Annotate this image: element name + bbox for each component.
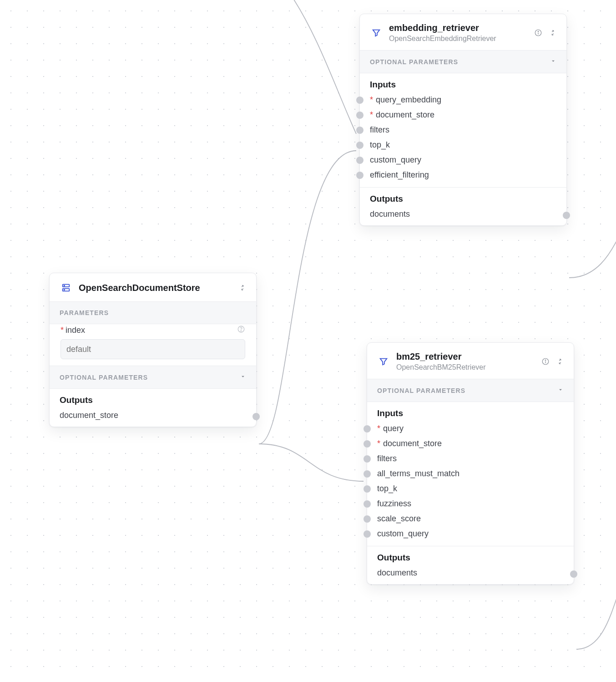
input-port[interactable] [364,455,371,463]
input-label: all_terms_must_match [377,469,459,478]
parameters-label: PARAMETERS [60,309,109,316]
input-label: efficient_filtering [370,170,429,180]
input-port[interactable] [356,172,364,179]
input-scale-score[interactable]: scale_score [367,511,574,526]
info-icon[interactable] [541,357,550,366]
inputs-list: * query * document_store filters all_ter… [367,419,574,546]
input-port[interactable] [356,157,364,164]
input-port[interactable] [356,97,364,104]
input-top-k[interactable]: top_k [367,481,574,496]
output-port[interactable] [252,413,260,420]
required-indicator: * [370,95,373,105]
input-filters[interactable]: filters [360,122,566,137]
node-document-store[interactable]: OpenSearchDocumentStore PARAMETERS * ind… [49,273,257,427]
optional-parameters-label: OPTIONAL PARAMETERS [377,387,465,394]
input-port[interactable] [364,485,371,493]
input-label: top_k [377,484,397,494]
svg-point-2 [64,285,65,286]
node-embedding-retriever[interactable]: embedding_retriever OpenSearchEmbeddingR… [359,14,567,226]
input-label: query [383,424,404,433]
required-indicator: * [370,110,373,120]
node-title: OpenSearchDocumentStore [79,282,232,294]
output-document-store[interactable]: document_store [50,406,256,427]
node-title: bm25_retriever [396,351,535,362]
outputs-heading: Outputs [367,546,574,564]
output-documents[interactable]: documents [360,205,566,225]
param-index-input[interactable] [61,339,245,359]
required-indicator: * [377,439,380,448]
node-bm25-retriever[interactable]: bm25_retriever OpenSearchBM25Retriever O… [367,342,574,585]
output-label: document_store [60,411,118,420]
input-top-k[interactable]: top_k [360,137,566,153]
output-label: documents [370,209,410,219]
node-title: embedding_retriever [389,22,527,34]
input-label: custom_query [370,155,421,165]
input-label: scale_score [377,514,421,524]
optional-parameters-label: OPTIONAL PARAMETERS [370,58,458,66]
param-label: index [66,326,85,335]
input-port[interactable] [356,127,364,134]
node-header[interactable]: OpenSearchDocumentStore [50,273,256,301]
outputs-heading: Outputs [360,188,566,205]
funnel-icon [377,355,390,368]
funnel-icon [370,26,383,39]
input-label: filters [377,454,397,463]
node-header[interactable]: bm25_retriever OpenSearchBM25Retriever [367,343,574,379]
input-label: top_k [370,140,390,150]
output-port[interactable] [570,570,577,578]
input-port[interactable] [364,470,371,478]
input-label: query_embedding [376,95,441,105]
output-label: documents [377,568,417,577]
database-icon [60,281,72,294]
param-index-row: * index [50,324,256,339]
chevron-down-icon [550,58,556,66]
pipeline-canvas[interactable]: OpenSearchDocumentStore PARAMETERS * ind… [0,0,616,682]
help-icon[interactable] [237,325,245,336]
input-label: document_store [376,110,434,120]
input-label: custom_query [377,529,429,539]
output-port[interactable] [563,212,570,219]
outputs-heading: Outputs [50,389,256,406]
input-document-store[interactable]: * document_store [367,436,574,451]
input-all-terms-must-match[interactable]: all_terms_must_match [367,466,574,481]
parameters-header: PARAMETERS [50,301,256,324]
input-port[interactable] [364,440,371,448]
required-indicator: * [377,424,380,433]
input-efficient-filtering[interactable]: efficient_filtering [360,168,566,183]
inputs-heading: Inputs [367,402,574,419]
optional-parameters-toggle[interactable]: OPTIONAL PARAMETERS [367,379,574,402]
chevron-down-icon [240,373,246,381]
input-port[interactable] [364,425,371,433]
input-label: fuzziness [377,499,411,509]
svg-point-5 [241,331,241,331]
required-indicator: * [61,326,64,335]
node-subtitle: OpenSearchEmbeddingRetriever [389,35,527,43]
input-fuzziness[interactable]: fuzziness [367,496,574,511]
input-label: document_store [383,439,442,448]
input-filters[interactable]: filters [367,451,574,466]
input-custom-query[interactable]: custom_query [360,153,566,168]
info-icon[interactable] [534,28,543,37]
chevron-down-icon [557,387,564,394]
input-query[interactable]: * query [367,421,574,436]
collapse-icon[interactable] [555,357,565,366]
collapse-icon[interactable] [238,283,247,292]
output-documents[interactable]: documents [367,564,574,584]
input-port[interactable] [356,112,364,119]
optional-parameters-label: OPTIONAL PARAMETERS [60,374,148,381]
optional-parameters-toggle[interactable]: OPTIONAL PARAMETERS [50,366,256,389]
input-custom-query[interactable]: custom_query [367,526,574,541]
inputs-heading: Inputs [360,73,566,91]
svg-point-3 [64,290,65,290]
input-port[interactable] [364,515,371,523]
input-query-embedding[interactable]: * query_embedding [360,92,566,107]
input-port[interactable] [364,500,371,508]
node-header[interactable]: embedding_retriever OpenSearchEmbeddingR… [360,14,566,50]
input-port[interactable] [356,142,364,149]
input-port[interactable] [364,530,371,538]
input-document-store[interactable]: * document_store [360,107,566,122]
svg-point-11 [545,360,546,361]
optional-parameters-toggle[interactable]: OPTIONAL PARAMETERS [360,50,566,73]
collapse-icon[interactable] [548,28,557,37]
input-label: filters [370,125,389,135]
